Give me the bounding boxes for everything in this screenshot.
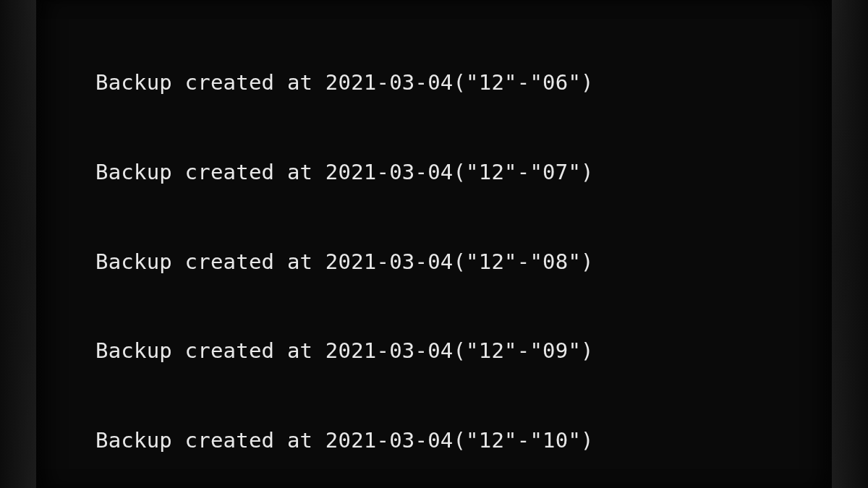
log-line: Backup created at 2021-03-04("12"-"09") bbox=[95, 336, 819, 366]
log-line: Backup created at 2021-03-04("12"-"06") bbox=[95, 68, 819, 98]
vignette-edge-left bbox=[0, 0, 36, 488]
log-line: Backup created at 2021-03-04("12"-"10") bbox=[95, 426, 819, 455]
terminal-output: Backup created at 2021-03-04("12"-"06") … bbox=[95, 9, 819, 488]
log-line: Backup created at 2021-03-04("12"-"07") bbox=[95, 158, 819, 187]
vignette-edge-right bbox=[832, 0, 868, 488]
terminal-window: Backup created at 2021-03-04("12"-"06") … bbox=[36, 0, 832, 488]
log-line: Backup created at 2021-03-04("12"-"08") bbox=[95, 247, 819, 277]
